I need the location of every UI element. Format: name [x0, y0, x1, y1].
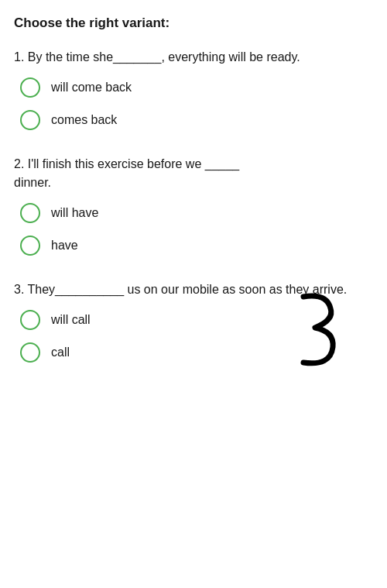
question-3: 3. They__________ us on our mobile as so… [14, 280, 373, 363]
question-2-text: 2. I'll finish this exercise before we _… [14, 155, 373, 192]
q1-number: 1. [14, 50, 28, 64]
q3-option-1-label: will call [51, 313, 91, 327]
q2-option-2-label: have [51, 239, 78, 253]
question-1: 1. By the time she_______, everything wi… [14, 48, 373, 130]
q2-option-1-label: will have [51, 206, 98, 220]
q2-number: 2. [14, 157, 28, 170]
q1-text-after: , everything will be ready. [161, 50, 300, 64]
q2-text-after: dinner. [14, 176, 51, 189]
q1-option-1-label: will come back [51, 81, 132, 95]
q3-radio-2[interactable] [20, 342, 40, 363]
q2-blank: _____ [205, 157, 240, 170]
q1-radio-2[interactable] [20, 110, 40, 130]
q3-number: 3. [14, 283, 28, 296]
q1-blank: _______ [113, 50, 161, 64]
page-title: Choose the right variant: [14, 15, 373, 31]
q1-radio-1[interactable] [20, 77, 40, 98]
q1-text-before: By the time she [28, 50, 113, 64]
q1-option-2[interactable]: comes back [14, 110, 373, 130]
q1-option-1[interactable]: will come back [14, 77, 373, 98]
question-1-text: 1. By the time she_______, everything wi… [14, 48, 373, 67]
q1-option-2-label: comes back [51, 113, 117, 127]
question-2: 2. I'll finish this exercise before we _… [14, 155, 373, 256]
q3-option-2-label: call [51, 346, 70, 359]
q3-text-before: They [28, 283, 56, 296]
q3-radio-1[interactable] [20, 310, 40, 330]
q2-radio-1[interactable] [20, 203, 40, 223]
handwritten-number-3 [288, 285, 350, 370]
q2-radio-2[interactable] [20, 236, 40, 256]
q2-text-before: I'll finish this exercise before we [28, 157, 201, 170]
q2-option-2[interactable]: have [14, 236, 373, 256]
q2-option-1[interactable]: will have [14, 203, 373, 223]
q3-blank: __________ [55, 283, 124, 296]
